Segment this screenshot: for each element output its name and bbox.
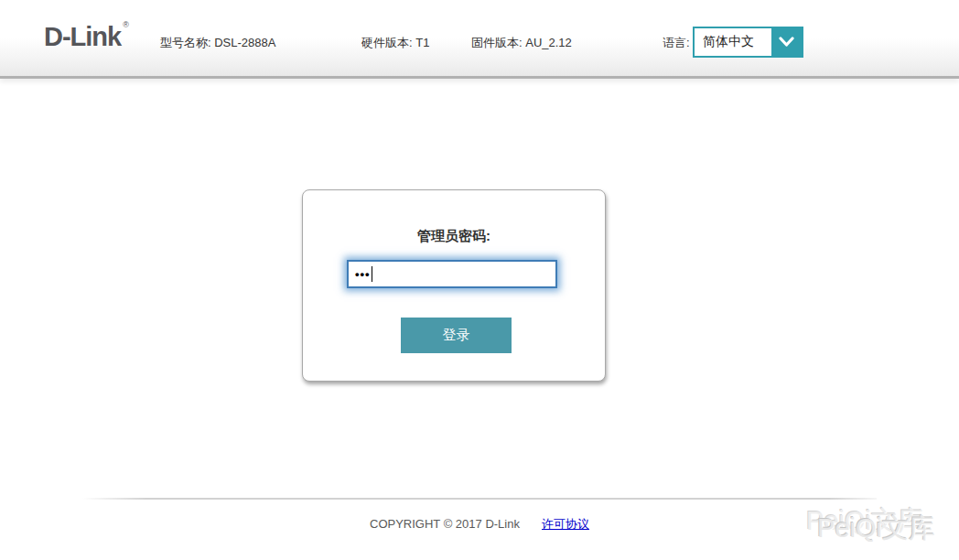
footer-divider [82,498,877,500]
language-selected-value: 简体中文 [695,28,771,56]
registered-trademark-mark: ® [123,20,129,29]
main-content: 管理员密码: ••• 登录 [0,81,959,500]
copyright-text: COPYRIGHT © 2017 D-Link [370,517,520,531]
admin-password-label: 管理员密码: [303,228,605,245]
password-input[interactable]: ••• [347,260,557,288]
language-dropdown[interactable]: 简体中文 [693,27,803,58]
model-name-label: 型号名称: DSL-2888A [160,35,275,51]
firmware-version-label: 固件版本: AU_2.12 [471,35,572,51]
license-agreement-link[interactable]: 许可协议 [542,516,589,533]
text-cursor [372,266,372,282]
header-bar: D-Link® 型号名称: DSL-2888A 硬件版本: T1 固件版本: A… [0,0,959,79]
chevron-down-icon [779,37,794,48]
language-dropdown-button[interactable] [771,28,802,56]
login-card: 管理员密码: ••• 登录 [302,189,606,382]
dlink-login-page: D-Link® 型号名称: DSL-2888A 硬件版本: T1 固件版本: A… [0,0,959,560]
logo-text: D-Link [44,22,121,51]
hardware-version-label: 硬件版本: T1 [361,35,429,51]
dlink-logo: D-Link® [44,22,127,52]
login-button[interactable]: 登录 [401,318,512,353]
footer-text-row: COPYRIGHT © 2017 D-Link 许可协议 [0,516,959,533]
password-masked-value: ••• [355,268,371,280]
language-label: 语言: [663,35,690,51]
